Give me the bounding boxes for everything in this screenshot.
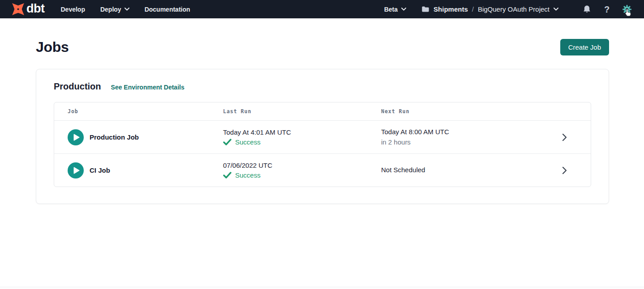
next-run-cell: Today At 8:00 AM UTC in 2 hours	[381, 128, 538, 147]
bell-icon	[583, 5, 591, 14]
breadcrumb-separator: /	[472, 5, 474, 13]
nav-item-deploy-label: Deploy	[100, 6, 121, 13]
nav-right-cluster: Beta Shipments / BigQuery OAuth Project	[384, 4, 632, 15]
breadcrumb-account[interactable]: Shipments	[434, 5, 468, 13]
nav-item-documentation[interactable]: Documentation	[145, 6, 190, 13]
page-header: Jobs Create Job	[36, 39, 609, 55]
dbt-logo-text: dbt	[26, 3, 44, 16]
status-label: Success	[235, 171, 261, 179]
last-run-status: Success	[223, 171, 381, 179]
environment-name: Production	[54, 81, 101, 92]
job-cell: CI Job	[68, 162, 223, 178]
job-cell: Production Job	[68, 129, 223, 145]
last-run-cell: 07/06/2022 UTC Success	[223, 162, 381, 179]
job-row-ci[interactable]: CI Job 07/06/2022 UTC Success Not Schedu…	[54, 153, 591, 187]
settings-button[interactable]	[622, 4, 632, 15]
last-run-cell: Today At 4:01 AM UTC Success	[223, 128, 381, 146]
chevron-down-icon	[401, 8, 406, 11]
job-name[interactable]: Production Job	[90, 133, 139, 141]
column-header-next-run: Next Run	[381, 108, 538, 115]
project-breadcrumb: Shipments / BigQuery OAuth Project	[421, 5, 558, 13]
main-content: Jobs Create Job Production See Environme…	[0, 39, 644, 204]
gear-icon	[622, 4, 632, 14]
create-job-button[interactable]: Create Job	[560, 39, 609, 55]
help-button[interactable]: ?	[601, 4, 612, 15]
page-bottom-edge	[0, 287, 644, 289]
breadcrumb-project-dropdown[interactable]: BigQuery OAuth Project	[478, 5, 558, 13]
beta-dropdown[interactable]: Beta	[384, 6, 406, 13]
notifications-button[interactable]	[581, 4, 592, 15]
chevron-down-icon	[554, 8, 558, 11]
job-name[interactable]: CI Job	[90, 166, 110, 174]
primary-nav-links: Develop Deploy Documentation	[60, 6, 190, 13]
environment-card: Production See Environment Details Job L…	[36, 69, 609, 204]
nav-item-develop[interactable]: Develop	[60, 6, 85, 13]
job-row-production[interactable]: Production Job Today At 4:01 AM UTC Succ…	[54, 120, 591, 153]
next-run-cell: Not Scheduled	[381, 166, 538, 174]
beta-label: Beta	[384, 6, 398, 13]
last-run-time: 07/06/2022 UTC	[223, 162, 381, 170]
help-icon: ?	[604, 5, 610, 14]
column-header-last-run: Last Run	[223, 108, 381, 115]
row-detail-link[interactable]	[562, 166, 567, 174]
row-detail-link[interactable]	[562, 133, 567, 141]
top-navigation-bar: dbt Develop Deploy Documentation Beta	[0, 0, 644, 18]
folder-icon	[421, 6, 429, 13]
nav-item-develop-label: Develop	[60, 6, 85, 13]
dbt-logo[interactable]: dbt	[11, 2, 44, 17]
jobs-table-header: Job Last Run Next Run	[54, 102, 591, 120]
check-icon	[223, 172, 232, 178]
status-label: Success	[235, 138, 261, 146]
breadcrumb-project-label: BigQuery OAuth Project	[478, 5, 550, 13]
next-run-time: Today At 8:00 AM UTC	[381, 128, 538, 136]
chevron-down-icon	[125, 8, 129, 11]
nav-item-documentation-label: Documentation	[145, 6, 190, 13]
last-run-time: Today At 4:01 AM UTC	[223, 128, 381, 137]
next-run-relative: in 2 hours	[381, 138, 538, 147]
chevron-right-icon	[562, 133, 567, 141]
environment-header: Production See Environment Details	[54, 81, 591, 92]
jobs-table: Job Last Run Next Run Production Job Tod…	[54, 102, 591, 187]
last-run-status: Success	[223, 138, 381, 146]
chevron-right-icon	[562, 166, 567, 174]
see-environment-details-link[interactable]: See Environment Details	[111, 84, 185, 91]
dbt-logo-icon	[11, 2, 26, 17]
next-run-time: Not Scheduled	[381, 166, 538, 174]
check-icon	[223, 139, 232, 145]
page-title: Jobs	[36, 39, 69, 55]
run-job-button[interactable]	[68, 162, 84, 178]
run-job-button[interactable]	[68, 129, 84, 145]
nav-item-deploy[interactable]: Deploy	[100, 6, 129, 13]
play-icon	[73, 134, 80, 141]
column-header-job: Job	[68, 108, 223, 115]
play-icon	[73, 167, 80, 174]
